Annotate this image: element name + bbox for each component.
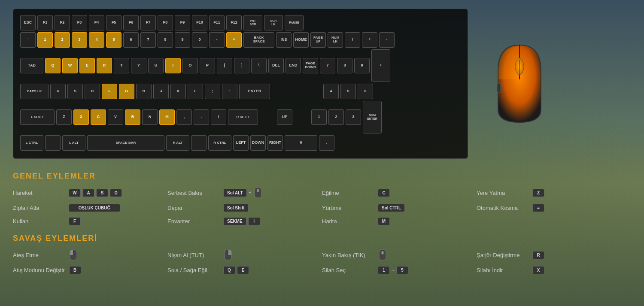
key-n: N [142, 109, 158, 125]
key-f12: F12 [226, 15, 242, 30]
key-j: J [153, 84, 169, 99]
key-enter: ENTER [239, 84, 270, 99]
key-3: 3 [72, 32, 87, 48]
key-f2: F2 [55, 15, 70, 30]
plus-sign-1: + [249, 190, 252, 196]
key-blank2 [289, 84, 304, 99]
key-num-3: 3 [346, 109, 361, 125]
silah-sec-keys: 1 ~ 5 [378, 266, 408, 274]
key-page-down: PAGEDOWN [303, 58, 318, 73]
yakin-keys [378, 249, 387, 261]
mouse-diagram [477, 9, 562, 159]
tilde-sign: ~ [392, 267, 395, 273]
key-num-4: 4 [323, 84, 339, 99]
key-badge-e2: E [237, 266, 249, 274]
key-a: A [50, 84, 66, 99]
action-ates-etme: Ateş Etme [13, 249, 167, 261]
key-badge-b: B [69, 266, 81, 274]
key-t: T [114, 58, 129, 73]
action-label-envanter: Envanter [167, 218, 219, 224]
actions-section: GENEL EYLEMLER Hareket W A S D Serbest B… [13, 172, 631, 274]
action-label-yurueme: Yürüme [322, 205, 374, 211]
key-f5: F5 [106, 15, 122, 30]
key-f9: F9 [175, 15, 190, 30]
key-period: . [194, 109, 209, 125]
key-1: 1 [37, 32, 53, 48]
key-left: LEFT [233, 135, 249, 151]
action-empty [477, 217, 631, 225]
action-atis-modu: Atış Modunu Değiştir B [13, 266, 167, 274]
action-label-yakin: Yakın Bakış (TIK) [322, 252, 374, 258]
yurueme-keys: Sol CTRL [378, 204, 405, 212]
action-label-yere-yatma: Yere Yatma [477, 190, 528, 196]
combat-actions-grid: Ateş Etme Nişan Al (TUT) [13, 249, 631, 274]
mouse-left-icon [69, 249, 78, 261]
key-blank1 [272, 84, 287, 99]
key-blank3 [306, 84, 322, 99]
sarjor-keys: R [532, 251, 544, 259]
mouse-mid-icon [378, 249, 387, 261]
key-badge-a: A [82, 189, 94, 197]
key-y: Y [131, 58, 146, 73]
key-num-1: 1 [311, 109, 327, 125]
action-label-harita: Harita [322, 218, 374, 224]
key-num-0: 0 [285, 135, 317, 151]
key-rshift: R SHIFT [228, 109, 258, 125]
key-caps-lk: CAPS LK [20, 84, 49, 99]
action-label-zipla: Zıpla / Atla [13, 205, 64, 211]
key-del: DEL [268, 58, 284, 73]
key-prt-scr: PRTSCR [243, 15, 262, 30]
key-win-right [191, 135, 207, 151]
action-sarjor: Şarjör Değiştirme R [477, 249, 631, 261]
key-f8: F8 [158, 15, 173, 30]
key-q: Q [45, 58, 61, 73]
key-tab: TAB [20, 58, 43, 73]
key-badge-m: M [378, 217, 390, 225]
action-silah-sec: Silah Seç 1 ~ 5 [322, 266, 477, 274]
key-h: H [136, 84, 152, 99]
key-minus: - [209, 32, 225, 48]
serbest-keys: Sol ALT + [223, 187, 263, 199]
key-blank5 [294, 109, 310, 125]
key-f7: F7 [140, 15, 156, 30]
key-comma: , [176, 109, 192, 125]
key-badge-i: I [248, 217, 260, 225]
key-m: M [159, 109, 175, 125]
key-badge-solctrl: Sol CTRL [378, 204, 405, 212]
key-ralt: R ALT [166, 135, 189, 151]
svg-point-9 [382, 251, 384, 254]
nisan-keys [223, 249, 233, 261]
key-badge-eq: = [532, 204, 544, 212]
key-apostrophe: ' [222, 84, 237, 99]
action-label-egilme: Eğilme [322, 190, 374, 196]
zipla-keys: OŞLUK ÇUBUĞ [69, 204, 120, 212]
action-zipla: Zıpla / Atla OŞLUK ÇUBUĞ [13, 204, 167, 212]
key-2: 2 [55, 32, 70, 48]
key-6: 6 [123, 32, 139, 48]
key-f3: F3 [72, 15, 87, 30]
key-space: SPACE BAR [87, 135, 164, 151]
harita-keys: M [378, 217, 390, 225]
key-c: C [91, 109, 106, 125]
action-yakin-bakis: Yakın Bakış (TIK) [322, 249, 477, 261]
atis-modu-keys: B [69, 266, 81, 274]
svg-point-5 [257, 189, 259, 192]
action-silah-indir: Silahı İndir X [477, 266, 631, 274]
action-depar: Depar Sol Shift [167, 204, 322, 212]
key-num-9: 9 [354, 58, 370, 73]
key-row-qwerty: TAB Q W E R T Y U I O P [ ] \ DEL END PA… [20, 49, 461, 82]
key-right: RIGHT [267, 135, 283, 151]
key-num-plus: + [371, 49, 390, 82]
action-kullan: Kullan F [13, 217, 167, 225]
key-badge-sekme: SEKME [223, 217, 246, 225]
egilme-lr-keys: Q E [223, 266, 249, 274]
main-content: ESC F1 F2 F3 F4 F5 F6 F7 F8 F9 F10 F11 F… [0, 0, 644, 291]
key-s: S [67, 84, 83, 99]
key-bracket-left: [ [217, 58, 232, 73]
key-num-2: 2 [328, 109, 344, 125]
action-label-egilme-lr: Sola / Sağa Eğil [167, 267, 219, 273]
key-badge-space: OŞLUK ÇUBUĞ [69, 204, 120, 212]
key-e: E [79, 58, 95, 73]
key-badge-q: Q [223, 266, 235, 274]
key-fwdslash: / [211, 109, 226, 125]
